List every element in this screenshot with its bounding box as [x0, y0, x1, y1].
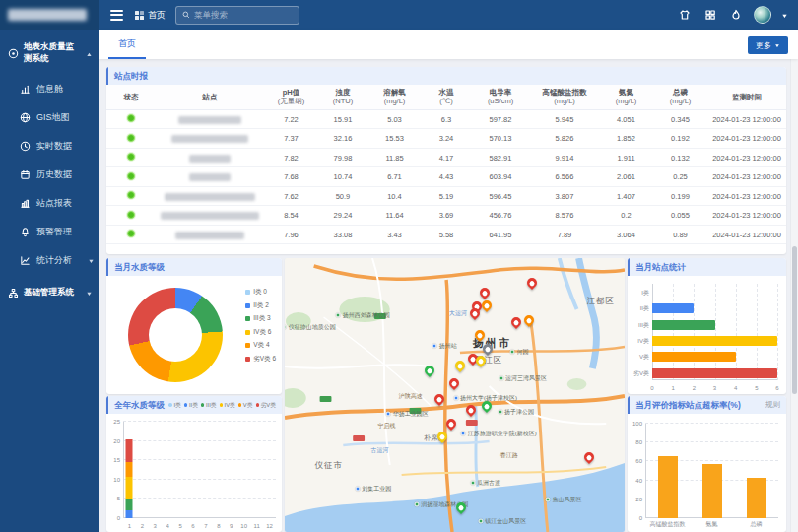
logo-blurred: [8, 9, 87, 21]
theme-skin-icon[interactable]: [677, 7, 693, 23]
legend-item: IV类 6: [245, 328, 276, 337]
more-button[interactable]: 更多 ▼: [748, 36, 788, 54]
cell: 2024-01-23 12:00:00: [707, 148, 786, 167]
sidebar-item-实时数据[interactable]: 实时数据: [0, 132, 99, 161]
exceed-rate-chart: 020406080100高锰酸盐指数氨氮总磷: [628, 414, 786, 532]
site-name-redacted: [178, 116, 241, 124]
annual-quality-panel: 全年水质等级 I类II类III类IV类V类劣V类 051015202512345…: [106, 396, 282, 532]
sidebar-item-历史数据[interactable]: 历史数据: [0, 161, 99, 189]
column-header-高锰酸盐指数: 高锰酸盐指数(mg/L): [530, 85, 599, 109]
cell: 1.852: [599, 129, 653, 149]
annual-quality-header: 全年水质等级 I类II类III类IV类V类劣V类: [106, 396, 282, 414]
cell: 0.25: [653, 167, 707, 187]
sidebar-section-1[interactable]: 基础管理系统▼: [0, 275, 99, 308]
cell: 4.051: [599, 109, 653, 129]
monthly-quality-header: 当月水质等级: [106, 258, 282, 276]
cell: 7.68: [264, 167, 318, 187]
app-root: 地表水质量监测系统▲信息舱GIS地图实时数据历史数据站点报表预警管理统计分析▼基…: [0, 0, 798, 532]
cell: 456.76: [471, 206, 530, 226]
dashboard-content: 站点时报 状态站点pH值(无量纲)浊度(NTU)溶解氧(mg/L)水温(℃)电导…: [99, 59, 798, 532]
cell: 1.911: [599, 148, 653, 167]
realtime-data-icon: [20, 141, 31, 152]
bar-III类: [652, 320, 715, 330]
cell: 6.71: [367, 167, 422, 187]
cell: 570.13: [471, 129, 530, 149]
exceed-rate-header: 当月评价指标站点超标率(%) 规则: [628, 396, 786, 414]
menu-toggle-icon[interactable]: [108, 8, 125, 23]
topbar: 首页 ▼: [99, 0, 798, 30]
cell: 0.2: [599, 206, 653, 226]
column-header-监测时间: 监测时间: [707, 85, 786, 109]
stacked-bar-month-1: [126, 439, 133, 518]
status-ok-dot: [127, 114, 135, 122]
map[interactable]: 扬州市江都区邗江区仪征市沪陕高速宁启线古运河大运河春江路扬州西郊森林公园仪征捺山…: [285, 258, 625, 532]
flame-icon[interactable]: [728, 7, 744, 23]
station-report-title: 站点时报: [114, 67, 148, 85]
cell: 15.53: [367, 129, 422, 149]
status-ok-dot: [127, 153, 135, 161]
annual-quality-chart: 0510152025123456789101112: [106, 414, 282, 532]
column-header-状态: 状态: [106, 85, 156, 109]
cell: 5.945: [530, 109, 599, 129]
table-row: 7.6810.746.714.43603.946.5662.0610.25202…: [106, 167, 786, 187]
status-ok-dot: [127, 172, 135, 180]
scrollbar-thumb[interactable]: [792, 246, 797, 394]
cell: 6.3: [422, 109, 471, 129]
cell: 32.16: [318, 129, 367, 149]
cell: 10.4: [367, 186, 422, 206]
monthly-quality-panel: 当月水质等级 I类 0II类 2III类 3IV类 6V类 4劣V类 6: [106, 258, 282, 394]
menu-search[interactable]: [175, 6, 299, 25]
column-header-电导率: 电导率(uS/cm): [471, 85, 530, 109]
cell: 9.914: [530, 148, 599, 167]
legend-item: V类: [238, 396, 253, 414]
sidebar-item-label: 历史数据: [36, 168, 72, 181]
stats-analysis-icon: [20, 255, 31, 266]
sidebar-item-站点报表[interactable]: 站点报表: [0, 189, 99, 218]
sidebar-item-GIS地图[interactable]: GIS地图: [0, 103, 99, 132]
legend-item: 劣V类: [256, 396, 276, 414]
station-report-header: 站点时报: [106, 67, 786, 85]
sidebar-item-label: GIS地图: [36, 111, 70, 124]
sidebar-section-0[interactable]: 地表水质量监测系统▲: [0, 30, 99, 75]
sidebar-item-label: 统计分析: [36, 254, 72, 267]
menu-search-input[interactable]: [194, 10, 293, 20]
cell: 11.64: [367, 206, 422, 226]
breadcrumb[interactable]: 首页: [135, 9, 166, 22]
chevron-down-icon: ▼: [774, 43, 780, 48]
bar-II类: [652, 303, 694, 313]
column-header-水温: 水温(℃): [422, 85, 471, 109]
main-area: 首页 ▼ 首页 更多 ▼: [99, 0, 798, 532]
cell: 2024-01-23 12:00:00: [707, 186, 786, 206]
more-label: 更多: [756, 40, 771, 51]
cell: 4.43: [422, 167, 471, 187]
cell: 3.064: [599, 225, 653, 244]
exceed-rules-link[interactable]: 规则: [765, 396, 780, 414]
user-menu-caret-icon[interactable]: ▼: [781, 12, 788, 18]
station-report-icon: [20, 198, 31, 209]
vertical-scrollbar[interactable]: [790, 59, 798, 532]
cell: 11.85: [367, 148, 422, 167]
sidebar-item-统计分析[interactable]: 统计分析▼: [0, 246, 99, 275]
bar-氨氮: [702, 464, 722, 518]
user-avatar[interactable]: [754, 6, 771, 24]
table-row: 7.2215.915.036.3597.825.9454.0510.345202…: [106, 109, 786, 129]
tab-home[interactable]: 首页: [108, 37, 146, 59]
sidebar-item-预警管理[interactable]: 预警管理: [0, 218, 99, 246]
cell: 7.22: [264, 109, 318, 129]
monthly-station-chart: 0123456I类II类III类IV类V类劣V类: [628, 276, 786, 394]
bar-劣V类: [652, 368, 777, 378]
cell: 50.9: [318, 186, 367, 206]
alert-manage-icon: [20, 227, 31, 237]
sidebar-item-label: 预警管理: [36, 226, 72, 238]
sidebar-item-信息舱[interactable]: 信息舱: [0, 75, 99, 103]
cell: 0.192: [653, 129, 707, 149]
monthly-quality-title: 当月水质等级: [114, 258, 165, 276]
monthly-station-panel: 当月站点统计 0123456I类II类III类IV类V类劣V类: [628, 258, 786, 394]
donut-chart: [128, 288, 223, 382]
tab-bar: 首页 更多 ▼: [99, 30, 798, 59]
column-header-氨氮: 氨氮(mg/L): [599, 85, 653, 109]
column-header-总磷: 总磷(mg/L): [653, 85, 707, 109]
gis-map-icon: [20, 112, 31, 123]
cell: 29.24: [318, 206, 367, 226]
layout-component-icon[interactable]: [702, 7, 718, 23]
